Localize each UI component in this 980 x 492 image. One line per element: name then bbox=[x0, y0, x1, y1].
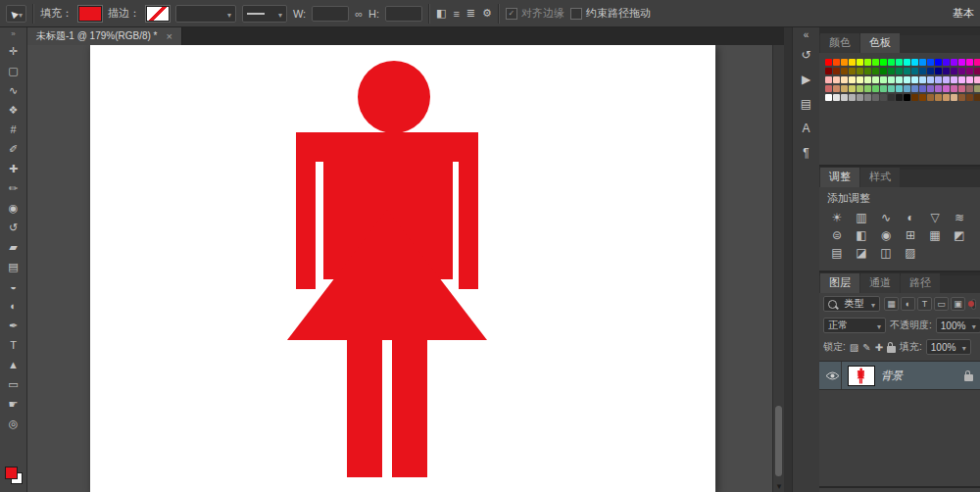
color-swatch[interactable] bbox=[911, 85, 918, 92]
color-swatch[interactable] bbox=[833, 59, 840, 66]
color-swatch[interactable] bbox=[974, 76, 980, 83]
color-swatch[interactable] bbox=[896, 59, 903, 66]
color-swatch[interactable] bbox=[927, 85, 934, 92]
tab-adjustments[interactable]: 调整 bbox=[820, 168, 859, 187]
color-swatch[interactable] bbox=[896, 76, 903, 83]
scroll-down-arrow[interactable] bbox=[773, 480, 784, 492]
eyedropper-tool[interactable]: ✐ bbox=[0, 139, 26, 159]
color-swatch[interactable] bbox=[943, 76, 950, 83]
color-swatch[interactable] bbox=[849, 68, 856, 74]
color-swatch[interactable] bbox=[911, 94, 918, 101]
color-swatch[interactable] bbox=[943, 85, 950, 92]
color-swatch[interactable] bbox=[872, 94, 879, 101]
color-swatch[interactable] bbox=[880, 94, 887, 101]
invert-icon[interactable]: ◩ bbox=[952, 228, 967, 243]
photo-filter-icon[interactable]: ◉ bbox=[878, 228, 894, 243]
color-swatch[interactable] bbox=[857, 68, 863, 74]
color-swatch[interactable] bbox=[888, 94, 895, 101]
align-edges-checkbox[interactable]: 对齐边缘 bbox=[506, 6, 564, 21]
color-swatch[interactable] bbox=[958, 68, 965, 74]
layer-fill-select[interactable]: 100% bbox=[926, 339, 971, 355]
quick-selection-tool[interactable]: ❖ bbox=[0, 100, 26, 120]
color-swatch[interactable] bbox=[841, 94, 848, 101]
width-input[interactable] bbox=[312, 6, 349, 22]
color-swatch[interactable] bbox=[935, 85, 942, 92]
history-panel-icon[interactable]: ↺ bbox=[793, 43, 819, 68]
color-swatch[interactable] bbox=[974, 68, 980, 74]
foreground-color-swatch[interactable] bbox=[5, 467, 18, 479]
color-swatch[interactable] bbox=[880, 76, 887, 83]
color-swatch[interactable] bbox=[857, 76, 863, 83]
stroke-width-select[interactable] bbox=[175, 5, 236, 23]
hand-tool[interactable]: ☛ bbox=[0, 394, 26, 414]
color-swatch[interactable] bbox=[880, 59, 887, 66]
color-swatch[interactable] bbox=[841, 68, 848, 74]
color-swatch[interactable] bbox=[825, 59, 832, 66]
color-swatch[interactable] bbox=[841, 85, 848, 92]
type-tool[interactable]: T bbox=[0, 335, 26, 355]
color-swatch[interactable] bbox=[833, 76, 840, 83]
lasso-tool[interactable]: ∿ bbox=[0, 80, 26, 100]
gradient-tool[interactable]: ▤ bbox=[0, 257, 26, 276]
color-swatch[interactable] bbox=[966, 68, 973, 74]
layer-filtering-toggle[interactable] bbox=[971, 299, 976, 310]
tab-styles[interactable]: 样式 bbox=[860, 168, 900, 187]
gradient-map-icon[interactable]: ▨ bbox=[903, 246, 918, 261]
color-swatch[interactable] bbox=[849, 85, 856, 92]
color-swatch[interactable] bbox=[864, 76, 871, 83]
filter-adjustment-layers-icon[interactable]: ◐ bbox=[901, 297, 915, 311]
opacity-value-select[interactable]: 100% bbox=[936, 318, 980, 333]
history-brush-tool[interactable]: ↺ bbox=[0, 218, 26, 237]
character-panel-icon[interactable]: A bbox=[793, 117, 819, 141]
color-swatch[interactable] bbox=[864, 68, 871, 74]
color-swatch[interactable] bbox=[825, 85, 832, 92]
color-swatch[interactable] bbox=[825, 76, 832, 83]
path-selection-tool[interactable]: ▲ bbox=[0, 355, 26, 374]
color-swatch[interactable] bbox=[958, 94, 965, 101]
color-swatch[interactable] bbox=[943, 94, 950, 101]
color-swatch[interactable] bbox=[951, 76, 957, 83]
color-swatch[interactable] bbox=[919, 94, 926, 101]
marquee-tool[interactable]: ▢ bbox=[0, 61, 26, 80]
actions-panel-icon[interactable]: ▶ bbox=[793, 68, 819, 92]
healing-brush-tool[interactable]: ✚ bbox=[0, 159, 26, 178]
color-swatch[interactable] bbox=[896, 85, 903, 92]
blur-tool[interactable]: ◒ bbox=[0, 276, 26, 296]
color-swatch[interactable] bbox=[911, 59, 918, 66]
color-swatch[interactable] bbox=[896, 94, 903, 101]
channel-mixer-icon[interactable]: ⊞ bbox=[903, 228, 918, 243]
color-swatch[interactable] bbox=[919, 59, 926, 66]
color-swatch[interactable] bbox=[927, 94, 934, 101]
color-swatch[interactable] bbox=[888, 85, 895, 92]
tab-close-icon[interactable]: × bbox=[167, 30, 172, 42]
color-swatch[interactable] bbox=[966, 85, 973, 92]
color-swatch[interactable] bbox=[951, 68, 957, 74]
color-swatch[interactable] bbox=[864, 85, 871, 92]
color-swatch[interactable] bbox=[974, 85, 980, 92]
color-swatch[interactable] bbox=[880, 85, 887, 92]
color-swatch[interactable] bbox=[935, 59, 942, 66]
color-swatch[interactable] bbox=[857, 94, 863, 101]
color-swatch[interactable] bbox=[849, 76, 856, 83]
shape-options-gear-button[interactable]: ⚙ bbox=[482, 7, 492, 20]
layer-visibility-toggle[interactable] bbox=[823, 362, 842, 389]
hue-saturation-icon[interactable]: ≋ bbox=[952, 211, 967, 225]
selective-color-icon[interactable]: ◫ bbox=[878, 246, 894, 261]
color-swatch[interactable] bbox=[857, 85, 863, 92]
color-swatch[interactable] bbox=[872, 68, 879, 74]
color-swatch[interactable] bbox=[825, 94, 832, 101]
color-swatch[interactable] bbox=[919, 76, 926, 83]
properties-panel-icon[interactable]: ▤ bbox=[793, 92, 819, 117]
dodge-tool[interactable]: ◐ bbox=[0, 296, 26, 316]
color-swatch[interactable] bbox=[958, 59, 965, 66]
filter-smart-objects-icon[interactable]: ▣ bbox=[951, 297, 965, 311]
fill-color-swatch[interactable] bbox=[78, 6, 102, 22]
color-swatch[interactable] bbox=[966, 76, 973, 83]
color-swatch[interactable] bbox=[958, 76, 965, 83]
color-swatch[interactable] bbox=[857, 59, 863, 66]
color-swatch[interactable] bbox=[911, 68, 918, 74]
color-swatch[interactable] bbox=[935, 68, 942, 74]
color-swatch[interactable] bbox=[904, 85, 910, 92]
lock-position-icon[interactable]: ✚ bbox=[875, 342, 883, 353]
shape-tool[interactable]: ▭ bbox=[0, 374, 26, 394]
